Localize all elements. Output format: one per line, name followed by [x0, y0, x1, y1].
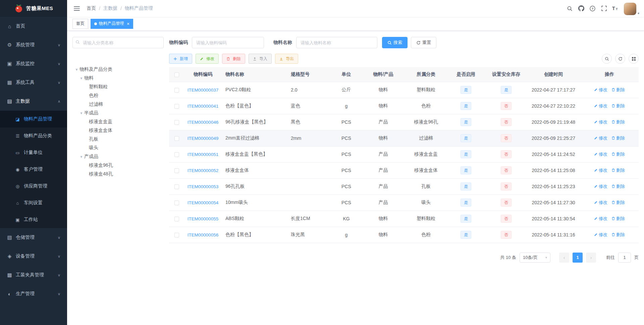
row-edit-link[interactable]: 修改 [594, 136, 607, 141]
header-search-button[interactable] [564, 0, 576, 17]
sidebar-subitem[interactable]: ◎供应商管理 [0, 178, 67, 195]
tree-node[interactable]: ▼移液盒盒盖 [72, 117, 164, 126]
row-edit-link[interactable]: 修改 [594, 87, 607, 92]
row-delete-link[interactable]: 删除 [611, 119, 625, 124]
refresh-table-button[interactable] [615, 54, 625, 64]
row-edit-link[interactable]: 修改 [594, 232, 607, 237]
tab-close-icon[interactable]: × [127, 21, 129, 26]
row-delete-link[interactable]: 删除 [611, 200, 625, 205]
import-button[interactable]: 导入 [249, 54, 272, 64]
export-button[interactable]: 导出 [275, 54, 298, 64]
tree-node[interactable]: ▼吸头 [72, 144, 164, 152]
sidebar-subitem[interactable]: ◪物料产品管理 [0, 111, 67, 127]
row-edit-link[interactable]: 修改 [594, 200, 607, 205]
row-checkbox[interactable] [174, 201, 179, 205]
row-checkbox[interactable] [174, 88, 179, 93]
sidebar-item[interactable]: ▤主数据∧ [0, 92, 67, 111]
font-size-button[interactable]: TT [610, 0, 621, 17]
sidebar-item[interactable]: ◐生产管理∨ [0, 284, 67, 303]
sidebar-item[interactable]: ▧仓储管理∨ [0, 228, 67, 247]
tab-material-product-management[interactable]: 物料产品管理 × [91, 19, 133, 29]
sidebar-toggle-button[interactable] [70, 0, 83, 17]
tree-node[interactable]: ▼物料 [72, 74, 164, 83]
user-menu[interactable]: ▾ [624, 0, 639, 17]
row-edit-link[interactable]: 修改 [594, 216, 607, 221]
breadcrumb-item-master-data[interactable]: 主数据 [103, 5, 117, 11]
item-code-link[interactable]: ITEM00000055 [187, 216, 218, 221]
goto-page-input[interactable] [618, 253, 631, 263]
sidebar-subitem[interactable]: ⌂车间设置 [0, 195, 67, 211]
reset-button[interactable]: 重置 [411, 37, 436, 48]
item-code-link[interactable]: ITEM00000046 [187, 120, 218, 125]
category-search-input[interactable] [72, 37, 164, 48]
sidebar-item[interactable]: ▦系统工具∨ [0, 73, 67, 92]
tab-home[interactable]: 首页 [72, 19, 88, 29]
sidebar-subitem[interactable]: ▣工作站 [0, 211, 67, 228]
sidebar-item[interactable]: ⚙系统管理∨ [0, 36, 67, 54]
row-delete-link[interactable]: 删除 [611, 152, 625, 157]
row-checkbox[interactable] [174, 136, 179, 141]
row-delete-link[interactable]: 删除 [611, 103, 625, 108]
row-delete-link[interactable]: 删除 [611, 136, 625, 141]
caret-down-icon[interactable]: ▼ [78, 111, 84, 115]
row-checkbox[interactable] [174, 217, 179, 221]
select-all-checkbox[interactable] [174, 72, 179, 77]
row-delete-link[interactable]: 删除 [611, 87, 625, 92]
search-button[interactable]: 搜索 [382, 37, 408, 48]
row-checkbox[interactable] [174, 152, 179, 157]
row-checkbox[interactable] [174, 168, 179, 173]
github-button[interactable] [576, 0, 587, 17]
tree-node[interactable]: ▼移液盒盒体 [72, 126, 164, 135]
item-code-link[interactable]: ITEM00000051 [187, 152, 218, 157]
row-delete-link[interactable]: 删除 [611, 216, 625, 221]
row-delete-link[interactable]: 删除 [611, 184, 625, 189]
tree-node[interactable]: ▼塑料颗粒 [72, 83, 164, 91]
item-code-link[interactable]: ITEM00000054 [187, 200, 218, 205]
item-code-link[interactable]: ITEM00000037 [187, 88, 218, 93]
row-checkbox[interactable] [174, 120, 179, 125]
caret-down-icon[interactable]: ▼ [78, 76, 84, 80]
add-button[interactable]: 新增 [169, 54, 192, 64]
tree-node[interactable]: ▼过滤棉 [72, 100, 164, 109]
tree-node[interactable]: ▼孔板 [72, 135, 164, 144]
item-code-link[interactable]: ITEM00000056 [187, 232, 218, 237]
app-logo[interactable]: 苦糖果MES [0, 0, 67, 17]
breadcrumb-item-home[interactable]: 首页 [87, 5, 96, 11]
next-page-button[interactable]: › [586, 253, 596, 263]
sidebar-item[interactable]: ⌂首页 [0, 17, 67, 36]
item-code-link[interactable]: ITEM00000052 [187, 168, 218, 173]
row-checkbox[interactable] [174, 104, 179, 109]
sidebar-item[interactable]: ▣系统监控∨ [0, 54, 67, 73]
row-delete-link[interactable]: 删除 [611, 168, 625, 173]
sidebar-subitem[interactable]: ▭计量单位 [0, 144, 67, 161]
page-1-button[interactable]: 1 [573, 253, 583, 263]
item-code-link[interactable]: ITEM00000041 [187, 104, 218, 109]
row-delete-link[interactable]: 删除 [611, 232, 625, 237]
tree-node[interactable]: ▼半成品 [72, 109, 164, 117]
delete-button[interactable]: 删除 [222, 54, 245, 64]
help-button[interactable]: ? [587, 0, 598, 17]
tree-node[interactable]: ▼物料及产品分类 [72, 65, 164, 74]
sidebar-subitem[interactable]: ☰物料产品分类 [0, 127, 67, 144]
tree-node[interactable]: ▼产成品 [72, 152, 164, 161]
row-edit-link[interactable]: 修改 [594, 168, 607, 173]
row-edit-link[interactable]: 修改 [594, 103, 607, 108]
tree-node[interactable]: ▼移液盒96孔 [72, 161, 164, 170]
toggle-search-button[interactable] [602, 54, 612, 64]
row-checkbox[interactable] [174, 233, 179, 237]
prev-page-button[interactable]: ‹ [559, 253, 569, 263]
sidebar-item[interactable]: ▩工装夹具管理∨ [0, 266, 67, 284]
sidebar-item[interactable]: ◈设备管理∨ [0, 247, 67, 266]
edit-button[interactable]: 修改 [196, 54, 219, 64]
column-settings-button[interactable] [629, 54, 639, 64]
row-edit-link[interactable]: 修改 [594, 119, 607, 124]
sidebar-subitem[interactable]: ◉客户管理 [0, 161, 67, 178]
page-size-select[interactable]: 10条/页 ▾ [520, 253, 550, 263]
tree-node[interactable]: ▼色粉 [72, 91, 164, 100]
name-filter-input[interactable] [296, 37, 377, 48]
item-code-link[interactable]: ITEM00000049 [187, 136, 218, 141]
caret-down-icon[interactable]: ▼ [78, 155, 84, 159]
row-edit-link[interactable]: 修改 [594, 152, 607, 157]
code-filter-input[interactable] [192, 37, 264, 48]
item-code-link[interactable]: ITEM00000053 [187, 184, 218, 189]
